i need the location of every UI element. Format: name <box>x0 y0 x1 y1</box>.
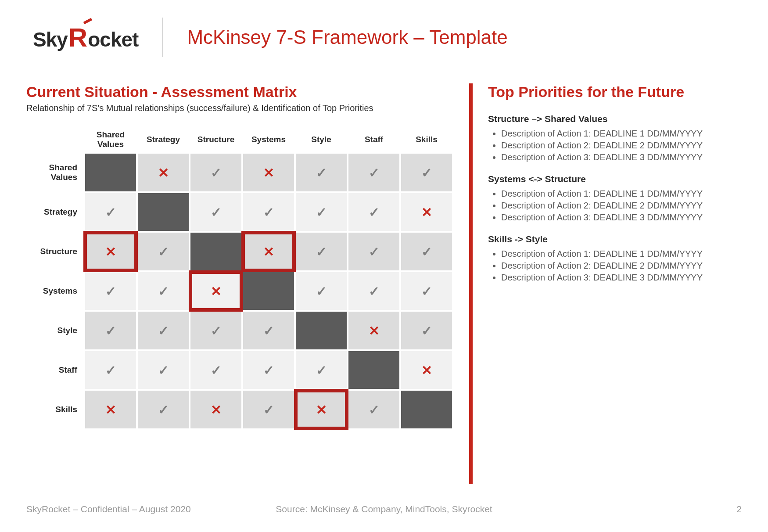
cross-icon: ✕ <box>158 165 169 180</box>
matrix-cell: ✕ <box>85 233 136 270</box>
check-icon: ✓ <box>421 165 432 180</box>
matrix-row-header: Staff <box>26 351 83 389</box>
matrix-cell: ✓ <box>296 154 347 191</box>
matrix-cell: ✓ <box>138 391 189 428</box>
matrix-cell: ✓ <box>85 351 136 389</box>
footer: SkyRocket – Confidential – August 2020 S… <box>26 504 742 514</box>
check-icon: ✓ <box>421 244 432 259</box>
matrix-cell: ✓ <box>138 233 189 270</box>
matrix-cell: ✓ <box>348 391 399 428</box>
cross-icon: ✕ <box>211 284 222 298</box>
cross-icon: ✕ <box>105 403 116 417</box>
matrix-cell: ✓ <box>348 154 399 191</box>
check-icon: ✓ <box>369 244 380 259</box>
check-icon: ✓ <box>263 363 274 377</box>
cross-icon: ✕ <box>316 403 327 417</box>
divider <box>162 18 163 57</box>
check-icon: ✓ <box>369 165 380 180</box>
matrix-cell: ✓ <box>243 312 294 349</box>
matrix-cell: ✓ <box>296 351 347 389</box>
matrix-col-header: Style <box>296 127 347 152</box>
cross-icon: ✕ <box>263 165 274 180</box>
matrix-cell: ✓ <box>85 193 136 231</box>
matrix-cell: ✓ <box>138 312 189 349</box>
matrix-cell: ✕ <box>348 312 399 349</box>
matrix-row-header: Skills <box>26 391 83 428</box>
check-icon: ✓ <box>105 205 116 219</box>
matrix-cell: ✓ <box>190 154 241 191</box>
matrix-cell: ✓ <box>401 154 452 191</box>
matrix-cell <box>401 391 452 428</box>
matrix-col-header: Strategy <box>138 127 189 152</box>
matrix-cell: ✓ <box>138 351 189 389</box>
section-title-right: Top Priorities for the Future <box>488 83 742 101</box>
check-icon: ✓ <box>158 244 169 259</box>
priority-items: Description of Action 1: DEADLINE 1 DD/M… <box>488 129 742 162</box>
priority-heading: Systems <-> Structure <box>488 174 742 184</box>
check-icon: ✓ <box>158 324 169 338</box>
cross-icon: ✕ <box>263 244 274 259</box>
priority-heading: Skills -> Style <box>488 234 742 244</box>
check-icon: ✓ <box>316 205 327 219</box>
matrix-cell <box>348 351 399 389</box>
section-subtitle-left: Relationship of 7S's Mutual relationship… <box>26 103 454 113</box>
logo-part3: ocket <box>88 28 138 51</box>
logo: Sky R ocket <box>33 22 138 53</box>
matrix-cell: ✕ <box>190 391 241 428</box>
matrix-row-header: Strategy <box>26 193 83 231</box>
matrix-cell: ✕ <box>296 391 347 428</box>
left-panel: Current Situation - Assessment Matrix Re… <box>26 83 454 484</box>
check-icon: ✓ <box>263 324 274 338</box>
check-icon: ✓ <box>211 165 222 180</box>
check-icon: ✓ <box>105 324 116 338</box>
matrix-cell <box>243 272 294 310</box>
priority-group: Systems <-> StructureDescription of Acti… <box>488 174 742 223</box>
matrix-cell: ✓ <box>401 312 452 349</box>
priority-item: Description of Action 3: DEADLINE 3 DD/M… <box>501 152 742 162</box>
matrix-cell: ✓ <box>401 233 452 270</box>
cross-icon: ✕ <box>105 244 116 259</box>
matrix-cell <box>138 193 189 231</box>
body: Current Situation - Assessment Matrix Re… <box>26 83 742 484</box>
priority-items: Description of Action 1: DEADLINE 1 DD/M… <box>488 189 742 223</box>
priority-item: Description of Action 3: DEADLINE 3 DD/M… <box>501 273 742 283</box>
matrix-cell <box>190 233 241 270</box>
check-icon: ✓ <box>421 284 432 298</box>
vertical-separator <box>469 83 473 484</box>
matrix-cell: ✓ <box>296 272 347 310</box>
check-icon: ✓ <box>158 403 169 417</box>
priority-item: Description of Action 1: DEADLINE 1 DD/M… <box>501 189 742 199</box>
priority-group: Skills -> StyleDescription of Action 1: … <box>488 234 742 283</box>
matrix-cell: ✕ <box>190 272 241 310</box>
footer-center: Source: McKinsey & Company, MindTools, S… <box>26 504 742 514</box>
right-panel: Top Priorities for the Future Structure … <box>488 83 742 484</box>
cross-icon: ✕ <box>369 324 380 338</box>
matrix-cell: ✓ <box>296 233 347 270</box>
matrix-col-header: Structure <box>190 127 241 152</box>
check-icon: ✓ <box>211 324 222 338</box>
matrix-cell: ✕ <box>243 154 294 191</box>
priority-group: Structure –> Shared ValuesDescription of… <box>488 114 742 162</box>
header: Sky R ocket McKinsey 7-S Framework – Tem… <box>33 18 742 57</box>
matrix-cell: ✓ <box>85 272 136 310</box>
check-icon: ✓ <box>369 284 380 298</box>
matrix-cell: ✓ <box>296 193 347 231</box>
priority-item: Description of Action 2: DEADLINE 2 DD/M… <box>501 261 742 271</box>
matrix-row-header: Style <box>26 312 83 349</box>
logo-part1: Sky <box>33 28 68 51</box>
matrix-cell: ✓ <box>243 351 294 389</box>
check-icon: ✓ <box>316 363 327 377</box>
priority-item: Description of Action 3: DEADLINE 3 DD/M… <box>501 212 742 223</box>
priority-item: Description of Action 1: DEADLINE 1 DD/M… <box>501 129 742 139</box>
matrix-cell: ✕ <box>243 233 294 270</box>
logo-part2: R <box>68 22 87 53</box>
check-icon: ✓ <box>369 403 380 417</box>
matrix-cell: ✓ <box>243 193 294 231</box>
matrix-row-header: Structure <box>26 233 83 270</box>
priority-item: Description of Action 2: DEADLINE 2 DD/M… <box>501 201 742 211</box>
matrix-col-header: Systems <box>243 127 294 152</box>
matrix-cell: ✓ <box>348 272 399 310</box>
check-icon: ✓ <box>316 244 327 259</box>
matrix-cell: ✓ <box>190 312 241 349</box>
priority-heading: Structure –> Shared Values <box>488 114 742 124</box>
